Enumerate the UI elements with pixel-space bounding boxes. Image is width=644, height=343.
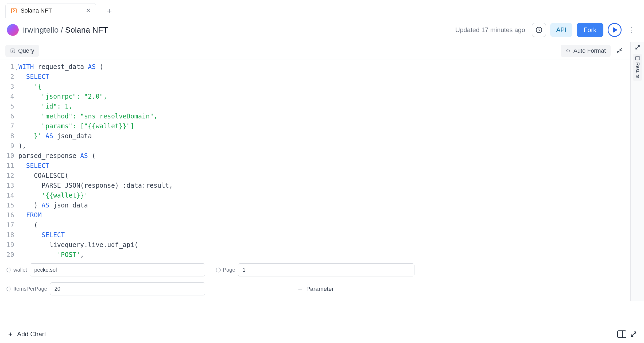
code-editor[interactable]: 1▾23456789101112131415161718192021 WITH … — [0, 60, 630, 258]
gear-icon — [6, 287, 11, 291]
fullscreen-icon — [630, 331, 637, 338]
updated-label: Updated 17 minutes ago — [455, 26, 525, 34]
footer: ＋ Add Chart — [0, 325, 644, 343]
plus-icon: ＋ — [7, 329, 14, 339]
chevron-down-icon[interactable]: ▾ — [15, 65, 17, 75]
expand-results-button[interactable] — [635, 45, 640, 50]
page-title: Solana NFT — [65, 25, 108, 34]
add-chart-label: Add Chart — [17, 330, 46, 338]
results-tab[interactable]: Results — [633, 54, 642, 81]
add-parameter-button[interactable]: ＋ Parameter — [216, 284, 415, 294]
right-sidebar: Results — [631, 42, 644, 301]
line-gutter: 1▾23456789101112131415161718192021 — [0, 62, 18, 258]
param-input-itemsperpage[interactable] — [50, 282, 205, 295]
expand-icon — [635, 45, 640, 50]
code-body[interactable]: WITH request_data AS ( SELECT '{ "jsonrp… — [18, 62, 478, 258]
api-button[interactable]: API — [550, 23, 572, 37]
more-menu-button[interactable]: ⋮ — [626, 24, 637, 36]
gear-icon — [216, 268, 221, 272]
param-label-itemsperpage[interactable]: ItemsPerPage — [6, 286, 47, 292]
param-label-wallet[interactable]: wallet — [6, 267, 27, 273]
history-button[interactable] — [532, 23, 546, 37]
new-tab-button[interactable]: ＋ — [103, 4, 116, 18]
parameters-panel: wallet Page ItemsPerPage ＋ Parameter — [0, 258, 630, 301]
plus-icon: ＋ — [297, 284, 304, 294]
breadcrumb-user[interactable]: irwingtello — [23, 25, 59, 34]
panel-icon — [635, 56, 640, 60]
add-parameter-label: Parameter — [306, 286, 334, 292]
code-icon — [565, 48, 571, 53]
fork-button[interactable]: Fork — [577, 23, 603, 37]
tabs-row: Solana NFT ✕ ＋ — [0, 0, 644, 18]
editor-toolbar: Query Auto Format — [0, 42, 630, 60]
close-icon[interactable]: ✕ — [86, 7, 91, 14]
tab-solana-nft[interactable]: Solana NFT ✕ — [5, 3, 96, 18]
editor-panel: Query Auto Format 1▾23456789101112131415… — [0, 42, 631, 301]
query-icon — [10, 48, 15, 53]
layout-toggle-button[interactable] — [617, 330, 626, 338]
param-wallet: wallet — [6, 263, 205, 276]
tab-title: Solana NFT — [21, 7, 82, 14]
param-input-page[interactable] — [238, 263, 414, 276]
collapse-editor-button[interactable] — [614, 46, 625, 55]
param-input-wallet[interactable] — [30, 263, 205, 276]
svg-rect-0 — [11, 8, 16, 13]
auto-format-button[interactable]: Auto Format — [561, 45, 611, 57]
run-button[interactable] — [608, 23, 622, 37]
query-tab-label: Query — [18, 47, 34, 54]
collapse-icon — [616, 48, 622, 54]
gear-icon — [6, 268, 11, 272]
flipside-logo-icon — [11, 8, 17, 14]
add-chart-button[interactable]: ＋ Add Chart — [7, 329, 46, 339]
main: Query Auto Format 1▾23456789101112131415… — [0, 42, 644, 301]
breadcrumb-separator: / — [61, 25, 63, 34]
avatar[interactable] — [7, 24, 19, 36]
param-itemsperpage: ItemsPerPage — [6, 282, 205, 295]
clock-icon — [535, 26, 543, 34]
auto-format-label: Auto Format — [573, 47, 606, 54]
header: irwingtello / Solana NFT Updated 17 minu… — [0, 18, 644, 42]
breadcrumb: irwingtello / Solana NFT — [23, 25, 108, 34]
query-tab[interactable]: Query — [5, 45, 39, 57]
param-page: Page — [216, 263, 415, 276]
results-tab-label: Results — [635, 62, 640, 78]
fullscreen-button[interactable] — [630, 331, 637, 338]
play-icon — [613, 27, 618, 33]
svg-rect-2 — [11, 49, 15, 53]
param-label-page[interactable]: Page — [216, 267, 235, 273]
